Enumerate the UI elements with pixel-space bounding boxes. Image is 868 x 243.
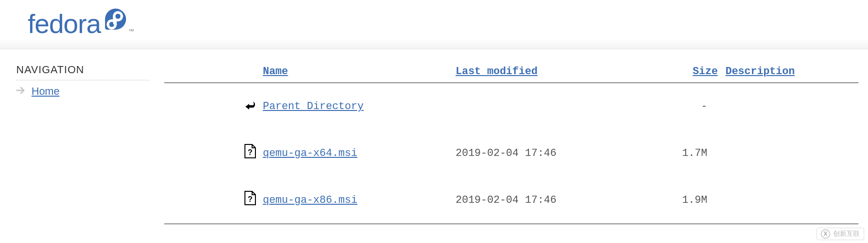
main-content: NAVIGATION Home Name Last modified Size … [0,49,868,224]
row-size-cell: - [645,83,721,130]
nav-title: NAVIGATION [16,64,150,80]
sidebar-item-label[interactable]: Home [32,85,60,98]
svg-text:?: ? [248,148,253,156]
row-desc-cell [721,83,858,130]
col-name-link[interactable]: Name [263,66,288,77]
row-name-cell: qemu-ga-x86.msi [259,177,452,224]
row-modified-cell: 2019-02-04 17:46 [452,130,645,177]
svg-text:?: ? [248,195,253,203]
table-row: Parent Directory - [164,83,858,130]
row-desc-cell [721,130,858,177]
header-row: Name Last modified Size Description [164,64,858,83]
col-icon [164,64,259,83]
row-desc-cell [721,177,858,224]
table-row: ? qemu-ga-x86.msi 2019-02-04 17:46 1.9M [164,177,858,224]
unknown-file-icon: ? [243,144,257,158]
fedora-bubble-icon [104,8,127,32]
header: fedora ™ [0,0,868,49]
row-size-cell: 1.9M [645,177,721,224]
row-icon-cell: ? [164,130,259,177]
col-description[interactable]: Description [721,64,858,83]
col-size-link[interactable]: Size [693,66,718,77]
sidebar-item-home[interactable]: Home [16,85,150,98]
row-name-link[interactable]: Parent Directory [263,100,363,112]
arrow-right-icon [16,85,27,98]
row-modified-cell: 2019-02-04 17:46 [452,177,645,224]
svg-rect-2 [113,16,116,24]
row-icon-cell [164,83,259,130]
col-size[interactable]: Size [645,64,721,83]
row-icon-cell: ? [164,177,259,224]
row-modified-cell [452,83,645,130]
listing-table: Name Last modified Size Description [164,64,858,224]
row-name-link[interactable]: qemu-ga-x86.msi [263,194,357,206]
trademark-icon: ™ [128,28,134,34]
row-name-cell: Parent Directory [259,83,452,130]
col-description-link[interactable]: Description [725,66,794,77]
row-size-cell: 1.7M [645,130,721,177]
col-name[interactable]: Name [259,64,452,83]
table-row: ? qemu-ga-x64.msi 2019-02-04 17:46 1.7M [164,130,858,177]
col-modified[interactable]: Last modified [452,64,645,83]
back-icon [243,98,257,111]
unknown-file-icon: ? [243,191,257,205]
row-name-link[interactable]: qemu-ga-x64.msi [263,147,357,159]
sidebar: NAVIGATION Home [16,64,150,224]
col-modified-link[interactable]: Last modified [455,66,538,77]
fedora-logo: fedora ™ [28,11,868,37]
row-name-cell: qemu-ga-x64.msi [259,130,452,177]
directory-listing: Name Last modified Size Description [164,64,858,224]
brand-name: fedora [28,11,101,37]
